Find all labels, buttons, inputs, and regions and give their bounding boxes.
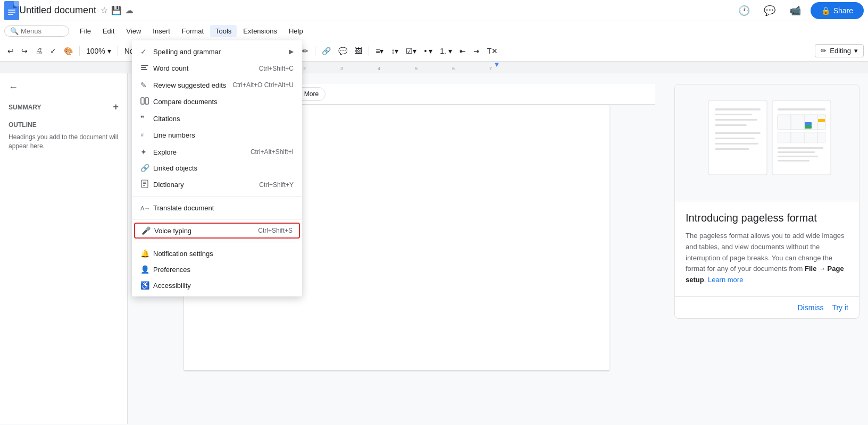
svg-rect-3 xyxy=(8,12,15,13)
linespacing-button[interactable]: ↕▾ xyxy=(388,45,402,57)
menu-spelling[interactable]: ✓ Spelling and grammar ▶ xyxy=(132,44,302,60)
citations-icon: ❞ xyxy=(140,114,153,123)
menu-view[interactable]: View xyxy=(121,25,146,37)
numberedlist-button[interactable]: 1. ▾ xyxy=(437,45,455,57)
svg-rect-5 xyxy=(0,62,868,73)
svg-text:5: 5 xyxy=(415,66,418,71)
svg-rect-29 xyxy=(818,119,825,122)
star-icon[interactable]: ☆ xyxy=(101,5,108,15)
svg-rect-18 xyxy=(715,124,747,126)
notification-icon: 🔔 xyxy=(140,249,153,258)
undo-button[interactable]: ↩ xyxy=(4,45,17,57)
add-summary-button[interactable]: + xyxy=(113,101,119,113)
menu-preferences[interactable]: 👤 Preferences xyxy=(132,261,302,277)
card-title: Introducing pageless format xyxy=(686,212,848,224)
menu-format[interactable]: Format xyxy=(177,25,209,37)
image-button[interactable]: 🖼 xyxy=(352,45,365,57)
svg-rect-40 xyxy=(141,65,148,66)
tools-menu: ✓ Spelling and grammar ▶ Word count Ctrl… xyxy=(132,40,302,296)
zoom-button[interactable]: 100% ▾ xyxy=(83,45,114,57)
menu-extensions[interactable]: Extensions xyxy=(238,25,282,37)
chevron-down-icon: ▾ xyxy=(854,47,858,55)
svg-rect-22 xyxy=(715,148,749,150)
decreaseindent-button[interactable]: ⇤ xyxy=(456,45,469,57)
menu-explore[interactable]: ✦ Explore Ctrl+Alt+Shift+I xyxy=(132,144,302,160)
svg-rect-4 xyxy=(8,14,13,15)
title-bar: Untitled document ☆ 💾 ☁ 🕐 💬 📹 🔒 Share xyxy=(0,0,868,21)
align-button[interactable]: ≡▾ xyxy=(372,45,387,57)
sidebar-summary-header: Summary + xyxy=(9,101,119,113)
clearformatting-button[interactable]: T✕ xyxy=(484,45,502,57)
svg-rect-31 xyxy=(805,125,812,129)
print-button[interactable]: 🖨 xyxy=(32,45,46,57)
svg-rect-32 xyxy=(778,132,825,143)
divider-3 xyxy=(132,242,302,242)
svg-rect-47 xyxy=(143,182,146,183)
menu-insert[interactable]: Insert xyxy=(147,25,176,37)
toolbar: ↩ ↪ 🖨 ✓ 🎨 100% ▾ Normal text ▾ Arial ▾ 1… xyxy=(0,40,868,62)
sidebar-outline-section: Outline Headings you add to the document… xyxy=(9,121,119,151)
main-area: ← Summary + Outline Headings you add to … xyxy=(0,73,868,424)
menu-translate[interactable]: A↔ Translate document xyxy=(132,200,302,216)
comments-button[interactable]: 💬 xyxy=(760,3,780,19)
history-button[interactable]: 🕐 xyxy=(734,3,754,19)
card-image xyxy=(675,84,859,201)
menu-citations[interactable]: ❞ Citations xyxy=(132,110,302,126)
editing-mode-button[interactable]: ✏ Editing ▾ xyxy=(815,44,864,57)
try-it-button[interactable]: Try it xyxy=(832,303,848,312)
bulletlist-button[interactable]: • ▾ xyxy=(421,45,436,57)
learn-more-link[interactable]: Learn more xyxy=(708,276,743,284)
cloud-icon[interactable]: ☁ xyxy=(125,5,133,15)
share-button[interactable]: 🔒 Share xyxy=(811,2,864,19)
doc-title[interactable]: Untitled document xyxy=(19,5,96,16)
save-icon[interactable]: 💾 xyxy=(111,5,122,15)
menu-accessibility[interactable]: ♿ Accessibility xyxy=(132,277,302,293)
menu-dictionary[interactable]: Dictionary Ctrl+Shift+Y xyxy=(132,176,302,193)
preferences-icon: 👤 xyxy=(140,265,153,274)
explore-icon: ✦ xyxy=(140,148,153,156)
menu-wordcount[interactable]: Word count Ctrl+Shift+C xyxy=(132,60,302,77)
svg-text:6: 6 xyxy=(452,66,455,71)
menu-linenumbers[interactable]: # Line numbers xyxy=(132,126,302,144)
sidebar-outline-hint: Headings you add to the document will ap… xyxy=(9,133,119,151)
menu-edit[interactable]: Edit xyxy=(97,25,120,37)
search-bar[interactable]: 🔍 xyxy=(4,26,69,37)
linkedobjects-icon: 🔗 xyxy=(140,164,153,172)
linenumbers-icon: # xyxy=(140,130,153,140)
spellcheck-button[interactable]: ✓ xyxy=(47,45,60,57)
svg-rect-44 xyxy=(145,98,148,104)
menu-tools[interactable]: Tools xyxy=(210,25,237,37)
microphone-icon: 🎤 xyxy=(141,226,154,235)
dismiss-button[interactable]: Dismiss xyxy=(797,303,823,312)
search-input[interactable] xyxy=(21,27,63,35)
dictionary-icon xyxy=(140,180,153,190)
sidebar-back-button[interactable]: ← xyxy=(9,82,119,93)
menu-file[interactable]: File xyxy=(74,25,96,37)
sidebar-outline-header: Outline xyxy=(9,121,119,129)
menu-compare[interactable]: Compare documents xyxy=(132,93,302,110)
svg-rect-21 xyxy=(715,143,758,144)
checklist-button[interactable]: ☑▾ xyxy=(403,45,420,57)
link-button[interactable]: 🔗 xyxy=(319,45,334,57)
card-body: The pageless format allows you to add wi… xyxy=(686,231,848,286)
accessibility-icon: ♿ xyxy=(140,281,153,290)
comment-button[interactable]: 💬 xyxy=(335,45,350,57)
svg-rect-41 xyxy=(141,67,146,68)
card-content: Introducing pageless format The pageless… xyxy=(675,201,859,296)
sidebar-summary-section: Summary + xyxy=(9,101,119,113)
paint-format-button[interactable]: 🎨 xyxy=(61,45,76,57)
menu-help[interactable]: Help xyxy=(283,25,308,37)
svg-text:4: 4 xyxy=(378,66,380,71)
svg-text:#: # xyxy=(141,132,144,138)
svg-text:2: 2 xyxy=(303,66,306,71)
menu-voicetyping[interactable]: 🎤 Voice typing Ctrl+Shift+S xyxy=(134,223,300,239)
menu-linkedobjects[interactable]: 🔗 Linked objects xyxy=(132,160,302,176)
menu-review[interactable]: ✎ Review suggested edits Ctrl+Alt+O Ctrl… xyxy=(132,77,302,93)
svg-rect-24 xyxy=(778,108,825,110)
increaseindent-button[interactable]: ⇥ xyxy=(470,45,483,57)
card-actions: Dismiss Try it xyxy=(675,296,859,318)
menu-notificationsettings[interactable]: 🔔 Notification settings xyxy=(132,245,302,261)
meet-button[interactable]: 📹 xyxy=(785,3,805,19)
svg-rect-43 xyxy=(141,98,144,104)
redo-button[interactable]: ↪ xyxy=(18,45,31,57)
